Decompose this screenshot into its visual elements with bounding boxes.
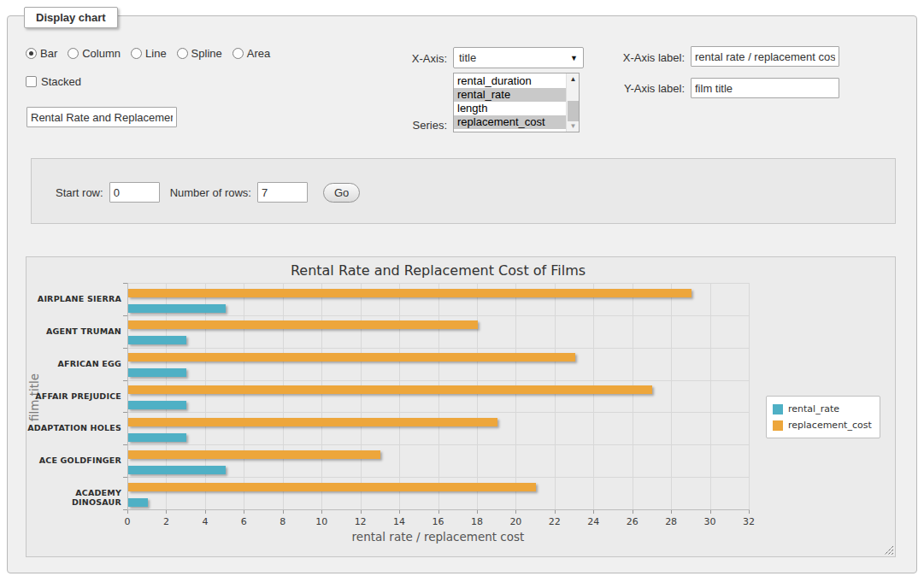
legend-label: replacement_cost [788, 420, 872, 431]
x-axis-label-label: X-Axis label: [599, 51, 685, 64]
gridline-vertical [166, 283, 167, 509]
gridline-vertical [321, 283, 322, 509]
radio-icon[interactable] [177, 48, 188, 59]
radio-label: Bar [40, 47, 57, 60]
x-axis-title: rental rate / replacement cost [127, 530, 749, 544]
x-tick-label: 16 [421, 516, 456, 527]
y-tick-mark [123, 315, 127, 316]
bar-replacement_cost[interactable] [128, 385, 652, 394]
bar-rental_rate[interactable] [128, 466, 226, 474]
gridline-vertical [205, 283, 206, 509]
chart-legend: rental_ratereplacement_cost [766, 396, 880, 438]
x-axis-line [127, 509, 750, 510]
y-tick-mark [123, 477, 127, 478]
category-label: AFFAIR PREJUDICE [26, 391, 121, 401]
category-label: ADAPTATION HOLES [26, 423, 121, 432]
x-tick-label: 14 [382, 516, 416, 527]
bar-replacement_cost[interactable] [128, 320, 478, 329]
radio-icon[interactable] [232, 48, 244, 59]
radio-label: Area [247, 47, 270, 60]
gridline-vertical [283, 283, 284, 509]
chart-title: Rental Rate and Replacement Cost of Film… [127, 262, 749, 279]
number-of-rows-label: Number of rows: [170, 186, 251, 199]
bar-replacement_cost[interactable] [128, 289, 692, 297]
series-option-replacement_cost[interactable]: replacement_cost [454, 115, 566, 129]
legend-label: rental_rate [788, 403, 839, 414]
bar-rental_rate[interactable] [128, 401, 186, 409]
series-option-rental_duration[interactable]: rental_duration [454, 74, 566, 88]
bar-replacement_cost[interactable] [128, 450, 380, 459]
y-axis-label-input[interactable] [691, 78, 839, 98]
x-tick-label: 0 [110, 516, 144, 527]
bar-replacement_cost[interactable] [128, 418, 497, 426]
radio-icon[interactable] [131, 48, 142, 59]
bar-replacement_cost[interactable] [128, 483, 536, 491]
x-tick-label: 18 [460, 516, 494, 527]
bar-rental_rate[interactable] [128, 433, 186, 442]
legend-item-rental_rate[interactable]: rental_rate [773, 401, 872, 417]
category-label: ACE GOLDFINGER [26, 456, 121, 465]
bar-rental_rate[interactable] [128, 368, 186, 377]
scroll-down-icon[interactable]: ▼ [567, 121, 580, 132]
gridline-vertical [671, 283, 672, 509]
chart-type-radio-column[interactable]: Column [68, 47, 121, 60]
y-axis-line [127, 283, 128, 509]
radio-label: Line [145, 47, 167, 60]
radio-icon[interactable] [26, 48, 37, 59]
series-option-length[interactable]: length [454, 102, 566, 115]
x-tick-label: 10 [304, 516, 338, 527]
chart-type-radio-spline[interactable]: Spline [177, 47, 222, 60]
gridline-vertical [244, 283, 244, 509]
bar-replacement_cost[interactable] [128, 353, 575, 362]
bar-rental_rate[interactable] [128, 336, 186, 344]
stacked-label: Stacked [41, 75, 81, 88]
x-tick-label: 32 [732, 516, 766, 527]
chart-container: Rental Rate and Replacement Cost of Film… [26, 256, 896, 557]
x-tick-label: 30 [693, 516, 727, 527]
legend-swatch-icon [773, 420, 783, 431]
series-option-rental_rate[interactable]: rental_rate [454, 88, 566, 102]
start-row-label: Start row: [56, 186, 103, 199]
category-label: AIRPLANE SIERRA [26, 294, 121, 303]
gridline-vertical [477, 283, 478, 509]
radio-icon[interactable] [68, 48, 79, 59]
stacked-option[interactable]: Stacked [26, 75, 81, 88]
scroll-up-icon[interactable]: ▲ [567, 73, 580, 85]
y-axis-label-label: Y-Axis label: [599, 82, 685, 95]
stacked-checkbox[interactable] [26, 76, 37, 87]
go-button[interactable]: Go [323, 183, 360, 203]
gridline-vertical [710, 283, 711, 509]
chart-title-input[interactable] [26, 107, 177, 127]
radio-label: Spline [191, 47, 222, 60]
chart-type-radio-area[interactable]: Area [232, 47, 270, 60]
bar-rental_rate[interactable] [128, 498, 148, 507]
x-axis-select-label: X-Axis: [362, 52, 447, 65]
chart-type-radio-line[interactable]: Line [131, 47, 167, 60]
x-tick-label: 28 [654, 516, 688, 527]
chevron-down-icon: ▼ [570, 54, 578, 62]
series-listbox[interactable]: rental_durationrental_ratelengthreplacem… [453, 73, 580, 132]
x-axis-selected-value: title [459, 51, 476, 64]
number-of-rows-input[interactable] [257, 182, 308, 203]
bar-rental_rate[interactable] [128, 304, 226, 313]
scrollbar[interactable]: ▲ ▼ [566, 73, 579, 132]
x-tick-label: 12 [344, 516, 378, 527]
x-axis-select[interactable]: title ▼ [453, 47, 584, 68]
gridline-vertical [633, 283, 633, 509]
gridline-vertical [399, 283, 400, 509]
x-tick-label: 8 [266, 516, 300, 527]
gridline-vertical [515, 283, 516, 509]
row-range-panel: Start row: Number of rows: Go [31, 158, 896, 224]
x-axis-label-input[interactable] [691, 46, 839, 67]
gridline-vertical [593, 283, 594, 509]
legend-item-replacement_cost[interactable]: replacement_cost [773, 417, 872, 433]
y-tick-mark [123, 444, 127, 445]
start-row-input[interactable] [109, 182, 160, 203]
y-tick-mark [123, 283, 127, 284]
category-label: AFRICAN EGG [26, 359, 121, 368]
chart-type-radio-bar[interactable]: Bar [26, 47, 57, 60]
resize-handle-icon[interactable] [884, 545, 893, 555]
x-tick-label: 20 [498, 516, 533, 527]
legend-swatch-icon [773, 404, 783, 414]
scrollbar-thumb[interactable] [568, 101, 579, 121]
